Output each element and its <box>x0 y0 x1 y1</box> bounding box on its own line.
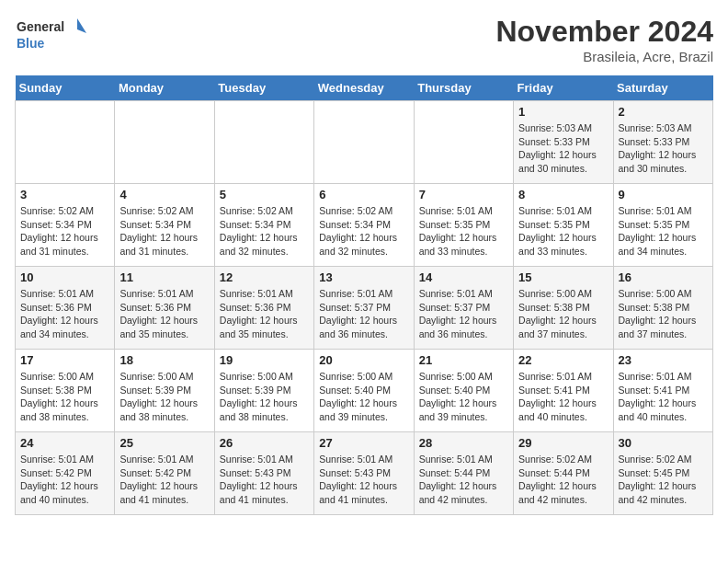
day-number: 29 <box>518 436 608 450</box>
day-number: 21 <box>419 353 508 367</box>
day-info: Sunrise: 5:01 AM Sunset: 5:36 PM Dayligh… <box>119 287 209 341</box>
calendar-cell: 20Sunrise: 5:00 AM Sunset: 5:40 PM Dayli… <box>314 350 414 432</box>
weekday-header-wednesday: Wednesday <box>314 75 414 101</box>
day-number: 23 <box>619 353 708 367</box>
week-row-5: 24Sunrise: 5:01 AM Sunset: 5:42 PM Dayli… <box>16 432 713 515</box>
calendar-cell: 30Sunrise: 5:02 AM Sunset: 5:45 PM Dayli… <box>613 432 712 515</box>
day-number: 1 <box>518 105 608 119</box>
day-info: Sunrise: 5:02 AM Sunset: 5:34 PM Dayligh… <box>220 204 309 259</box>
calendar-cell: 1Sunrise: 5:03 AM Sunset: 5:33 PM Daylig… <box>514 101 613 184</box>
svg-text:Blue: Blue <box>17 36 45 51</box>
week-row-1: 1Sunrise: 5:03 AM Sunset: 5:33 PM Daylig… <box>16 101 713 184</box>
calendar-cell: 9Sunrise: 5:01 AM Sunset: 5:35 PM Daylig… <box>613 184 712 267</box>
calendar-cell: 2Sunrise: 5:03 AM Sunset: 5:33 PM Daylig… <box>613 101 712 184</box>
day-info: Sunrise: 5:02 AM Sunset: 5:34 PM Dayligh… <box>319 204 408 259</box>
day-info: Sunrise: 5:01 AM Sunset: 5:41 PM Dayligh… <box>518 370 608 424</box>
calendar-cell: 4Sunrise: 5:02 AM Sunset: 5:34 PM Daylig… <box>115 184 214 267</box>
day-number: 11 <box>119 270 209 284</box>
week-row-4: 17Sunrise: 5:00 AM Sunset: 5:38 PM Dayli… <box>16 350 713 432</box>
calendar-cell: 19Sunrise: 5:00 AM Sunset: 5:39 PM Dayli… <box>214 350 313 432</box>
page-header: General Blue November 2024 Brasileia, Ac… <box>15 15 713 64</box>
calendar-cell: 24Sunrise: 5:01 AM Sunset: 5:42 PM Dayli… <box>16 432 115 515</box>
weekday-header-friday: Friday <box>514 75 613 101</box>
day-number: 9 <box>619 188 708 201</box>
day-info: Sunrise: 5:01 AM Sunset: 5:41 PM Dayligh… <box>619 370 708 424</box>
day-number: 26 <box>220 436 309 450</box>
calendar-cell <box>115 101 214 184</box>
day-info: Sunrise: 5:00 AM Sunset: 5:39 PM Dayligh… <box>119 370 209 424</box>
day-number: 7 <box>419 188 508 201</box>
logo-svg: General Blue <box>15 15 88 55</box>
day-info: Sunrise: 5:01 AM Sunset: 5:35 PM Dayligh… <box>419 204 508 259</box>
calendar-cell: 8Sunrise: 5:01 AM Sunset: 5:35 PM Daylig… <box>514 184 613 267</box>
day-number: 20 <box>319 353 408 367</box>
day-info: Sunrise: 5:01 AM Sunset: 5:35 PM Dayligh… <box>619 204 708 259</box>
calendar-cell: 12Sunrise: 5:01 AM Sunset: 5:36 PM Dayli… <box>214 267 313 350</box>
calendar-cell: 10Sunrise: 5:01 AM Sunset: 5:36 PM Dayli… <box>16 267 115 350</box>
calendar-cell: 22Sunrise: 5:01 AM Sunset: 5:41 PM Dayli… <box>514 350 613 432</box>
calendar-cell: 28Sunrise: 5:01 AM Sunset: 5:44 PM Dayli… <box>414 432 513 515</box>
day-number: 2 <box>619 105 708 119</box>
day-info: Sunrise: 5:02 AM Sunset: 5:34 PM Dayligh… <box>20 204 109 259</box>
day-info: Sunrise: 5:01 AM Sunset: 5:43 PM Dayligh… <box>220 453 309 507</box>
calendar-cell <box>214 101 313 184</box>
calendar-cell: 16Sunrise: 5:00 AM Sunset: 5:38 PM Dayli… <box>613 267 712 350</box>
calendar-cell: 15Sunrise: 5:00 AM Sunset: 5:38 PM Dayli… <box>514 267 613 350</box>
day-info: Sunrise: 5:03 AM Sunset: 5:33 PM Dayligh… <box>518 121 608 176</box>
calendar-cell: 5Sunrise: 5:02 AM Sunset: 5:34 PM Daylig… <box>214 184 313 267</box>
day-info: Sunrise: 5:01 AM Sunset: 5:43 PM Dayligh… <box>319 453 408 507</box>
calendar-cell <box>314 101 414 184</box>
day-number: 17 <box>20 353 109 367</box>
day-info: Sunrise: 5:00 AM Sunset: 5:38 PM Dayligh… <box>20 370 109 424</box>
calendar-cell: 14Sunrise: 5:01 AM Sunset: 5:37 PM Dayli… <box>414 267 513 350</box>
title-block: November 2024 Brasileia, Acre, Brazil <box>495 15 713 64</box>
day-number: 19 <box>220 353 309 367</box>
calendar-cell: 26Sunrise: 5:01 AM Sunset: 5:43 PM Dayli… <box>214 432 313 515</box>
day-number: 4 <box>119 188 209 201</box>
day-info: Sunrise: 5:01 AM Sunset: 5:37 PM Dayligh… <box>419 287 508 341</box>
calendar-cell: 27Sunrise: 5:01 AM Sunset: 5:43 PM Dayli… <box>314 432 414 515</box>
day-number: 10 <box>20 270 109 284</box>
calendar-cell <box>414 101 513 184</box>
calendar-cell: 7Sunrise: 5:01 AM Sunset: 5:35 PM Daylig… <box>414 184 513 267</box>
day-info: Sunrise: 5:01 AM Sunset: 5:36 PM Dayligh… <box>20 287 109 341</box>
day-number: 8 <box>518 188 608 201</box>
location: Brasileia, Acre, Brazil <box>495 49 713 64</box>
day-number: 16 <box>619 270 708 284</box>
day-info: Sunrise: 5:00 AM Sunset: 5:40 PM Dayligh… <box>319 370 408 424</box>
calendar-cell: 21Sunrise: 5:00 AM Sunset: 5:40 PM Dayli… <box>414 350 513 432</box>
svg-marker-2 <box>77 18 86 33</box>
day-info: Sunrise: 5:00 AM Sunset: 5:38 PM Dayligh… <box>619 287 708 341</box>
day-number: 24 <box>20 436 109 450</box>
weekday-header-sunday: Sunday <box>16 75 115 101</box>
day-info: Sunrise: 5:01 AM Sunset: 5:37 PM Dayligh… <box>319 287 408 341</box>
week-row-2: 3Sunrise: 5:02 AM Sunset: 5:34 PM Daylig… <box>16 184 713 267</box>
day-number: 6 <box>319 188 408 201</box>
day-number: 30 <box>619 436 708 450</box>
day-number: 14 <box>419 270 508 284</box>
weekday-header-thursday: Thursday <box>414 75 513 101</box>
month-title: November 2024 <box>495 15 713 49</box>
day-info: Sunrise: 5:02 AM Sunset: 5:44 PM Dayligh… <box>518 453 608 507</box>
week-row-3: 10Sunrise: 5:01 AM Sunset: 5:36 PM Dayli… <box>16 267 713 350</box>
weekday-header-tuesday: Tuesday <box>214 75 313 101</box>
day-number: 15 <box>518 270 608 284</box>
calendar-cell: 17Sunrise: 5:00 AM Sunset: 5:38 PM Dayli… <box>16 350 115 432</box>
day-number: 25 <box>119 436 209 450</box>
day-number: 5 <box>220 188 309 201</box>
day-info: Sunrise: 5:01 AM Sunset: 5:35 PM Dayligh… <box>518 204 608 259</box>
day-number: 3 <box>20 188 109 201</box>
calendar-cell: 18Sunrise: 5:00 AM Sunset: 5:39 PM Dayli… <box>115 350 214 432</box>
day-number: 13 <box>319 270 408 284</box>
day-info: Sunrise: 5:01 AM Sunset: 5:36 PM Dayligh… <box>220 287 309 341</box>
day-info: Sunrise: 5:02 AM Sunset: 5:34 PM Dayligh… <box>119 204 209 259</box>
day-info: Sunrise: 5:03 AM Sunset: 5:33 PM Dayligh… <box>619 121 708 176</box>
logo: General Blue <box>15 15 88 55</box>
day-info: Sunrise: 5:00 AM Sunset: 5:40 PM Dayligh… <box>419 370 508 424</box>
weekday-header-saturday: Saturday <box>613 75 712 101</box>
day-info: Sunrise: 5:02 AM Sunset: 5:45 PM Dayligh… <box>619 453 708 507</box>
svg-text:General: General <box>17 19 64 34</box>
day-info: Sunrise: 5:00 AM Sunset: 5:38 PM Dayligh… <box>518 287 608 341</box>
day-number: 18 <box>119 353 209 367</box>
calendar-cell: 13Sunrise: 5:01 AM Sunset: 5:37 PM Dayli… <box>314 267 414 350</box>
